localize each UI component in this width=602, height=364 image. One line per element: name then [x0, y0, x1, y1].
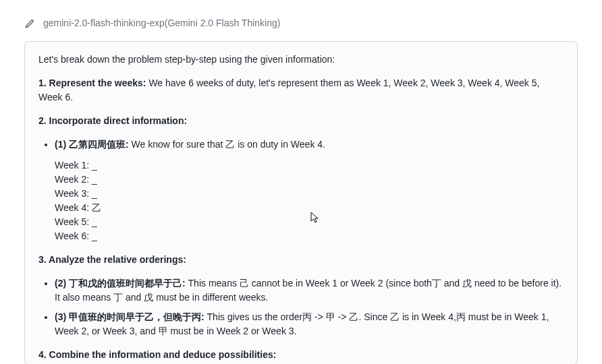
page-root: gemini-2.0-flash-thinking-exp(Gemini 2.0…: [0, 0, 602, 364]
section-3-head-line: 3. Analyze the relative orderings:: [38, 253, 564, 267]
item-1-body: We know for sure that 乙 is on duty in We…: [129, 139, 325, 150]
response-box: Let's break down the problem step-by-ste…: [24, 41, 578, 364]
week-line: Week 1: _: [55, 158, 564, 173]
list-item: (3) 甲值班的时间早于乙，但晚于丙: This gives us the or…: [55, 310, 564, 338]
week-line: Week 5: _: [55, 215, 564, 229]
week-line: Week 4: 乙: [55, 201, 564, 215]
list-item: (2) 丁和戊的值班时间都早于己: This means 己 cannot be…: [55, 276, 564, 305]
section-1-head: 1. Represent the weeks:: [38, 78, 146, 88]
week-block: Week 1: _ Week 2: _ Week 3: _ Week 4: 乙 …: [55, 158, 564, 243]
section-4-head: 4. Combine the information and deduce po…: [38, 349, 276, 360]
section-1: 1. Represent the weeks: We have 6 weeks …: [38, 76, 564, 104]
section-4-head-line: 4. Combine the information and deduce po…: [38, 348, 564, 362]
list-item: (1) 乙第四周值班: We know for sure that 乙 is o…: [55, 138, 564, 243]
item-2-label: (2) 丁和戊的值班时间都早于己:: [55, 278, 186, 289]
section-3-list: (2) 丁和戊的值班时间都早于己: This means 己 cannot be…: [38, 276, 564, 338]
section-2-list: (1) 乙第四周值班: We know for sure that 乙 is o…: [38, 138, 564, 243]
item-1-label: (1) 乙第四周值班:: [55, 139, 129, 150]
header-row: gemini-2.0-flash-thinking-exp(Gemini 2.0…: [24, 16, 578, 30]
week-line: Week 6: _: [55, 229, 564, 243]
section-2-head-line: 2. Incorporate direct information:: [38, 114, 564, 128]
model-name: gemini-2.0-flash-thinking-exp(Gemini 2.0…: [43, 16, 280, 30]
edit-icon[interactable]: [24, 18, 35, 29]
intro-text: Let's break down the problem step-by-ste…: [38, 53, 564, 67]
item-3-label: (3) 甲值班的时间早于乙，但晚于丙:: [55, 311, 204, 322]
week-line: Week 3: _: [55, 187, 564, 201]
section-2-head: 2. Incorporate direct information:: [38, 115, 187, 126]
week-line: Week 2: _: [55, 173, 564, 187]
section-3-head: 3. Analyze the relative orderings:: [38, 254, 186, 265]
